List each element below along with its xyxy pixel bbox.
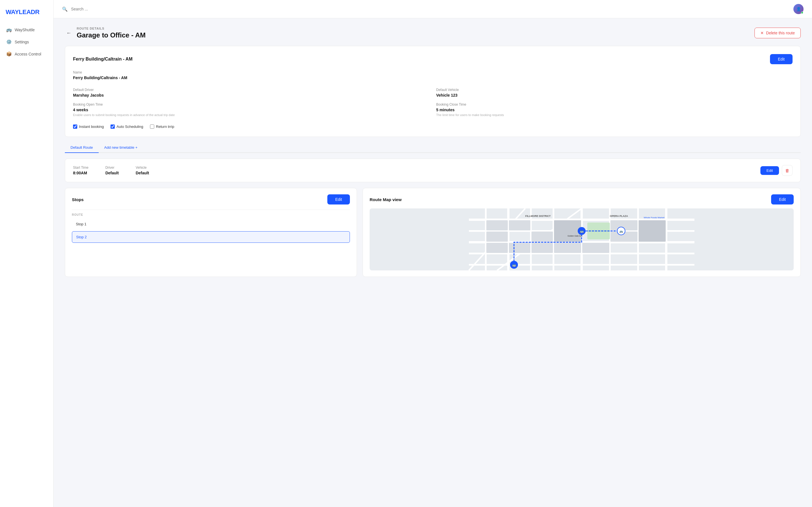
booking-close-label: Booking Close Time (436, 103, 793, 107)
route-name-field: Name Ferry Building/Caltrains - AM (73, 70, 793, 80)
stops-header: Stops Edit (72, 194, 350, 205)
timetable-delete-icon: 🗑 (785, 168, 790, 173)
timetable-vehicle-value: Default (136, 171, 149, 175)
svg-text:OPERA PLAZA: OPERA PLAZA (610, 215, 628, 217)
default-driver-field: Default Driver Marshay Jacobs (73, 88, 429, 98)
booking-close-value: 5 minutes (436, 108, 793, 112)
sidebar-item-access-control[interactable]: 📦 Access Control (3, 48, 50, 59)
default-vehicle-label: Default Vehicle (436, 88, 793, 92)
logo-text: WAYLEADR (6, 8, 48, 16)
return-trip-label: Return trrip (156, 124, 174, 129)
delete-route-label: Delete this route (766, 31, 795, 35)
timetable-delete-button[interactable]: 🗑 (782, 165, 793, 176)
checkbox-row: Instant booking Auto Scheduling Return t… (73, 124, 793, 129)
stop-item-1[interactable]: Stop 1 (72, 219, 350, 230)
content-area: ← ROUTE DETAILS Garage to Office - AM ✕ … (54, 18, 812, 507)
default-vehicle-field: Default Vehicle Vehicle 123 (436, 88, 793, 98)
avatar-online-dot (801, 11, 803, 14)
map-card: Route Map view Edit (363, 188, 801, 277)
sidebar-navigation: 🚌 WayShuttle ⚙️ Settings 📦 Access Contro… (0, 24, 53, 59)
route-card-title: Ferry Building/Caltrain - AM (73, 57, 133, 62)
timetable-driver-label: Driver (105, 166, 119, 170)
sidebar-item-settings[interactable]: ⚙️ Settings (3, 36, 50, 47)
map-edit-button[interactable]: Edit (771, 194, 794, 205)
map-container[interactable]: 🚌 🚌 🚌 FILLMORE DISTRICT OPERA PLAZA Whol… (370, 209, 794, 270)
start-time-value: 8:00AM (73, 171, 89, 175)
route-edit-button[interactable]: Edit (770, 54, 793, 64)
back-button[interactable]: ← (65, 29, 73, 37)
booking-close-field: Booking Close Time 5 minutes The limit t… (436, 103, 793, 117)
booking-close-hint: The limit time for users to make booking… (436, 113, 793, 117)
stops-title: Stops (72, 197, 84, 202)
sidebar-item-settings-label: Settings (15, 40, 29, 44)
map-header: Route Map view Edit (370, 194, 794, 205)
access-control-icon: 📦 (6, 51, 12, 57)
delete-route-button[interactable]: ✕ Delete this route (755, 27, 801, 38)
route-info-card: Ferry Building/Caltrain - AM Edit Name F… (65, 46, 801, 137)
svg-rect-24 (639, 220, 666, 242)
auto-scheduling-checkbox[interactable] (110, 124, 115, 129)
settings-icon: ⚙️ (6, 39, 12, 45)
sidebar-item-access-control-label: Access Control (15, 52, 41, 56)
route-label: ROUTE (72, 210, 350, 216)
avatar[interactable]: 👤 (794, 4, 804, 14)
instant-booking-checkbox[interactable] (73, 124, 77, 129)
header-right: 👤 (794, 4, 804, 14)
route-name-label: Name (73, 70, 793, 74)
main-content: 🔍 👤 ← ROUTE DETAILS Garage to Office - A… (54, 0, 812, 507)
page-header-left: ← ROUTE DETAILS Garage to Office - AM (65, 27, 146, 39)
svg-rect-17 (486, 220, 508, 230)
return-trip-checkbox-label[interactable]: Return trrip (150, 124, 174, 129)
map-title: Route Map view (370, 197, 402, 202)
svg-rect-26 (509, 243, 530, 253)
svg-rect-18 (486, 231, 508, 242)
svg-rect-21 (554, 220, 581, 242)
tab-default-route[interactable]: Default Route (65, 143, 99, 153)
avatar-initials: 👤 (796, 7, 801, 11)
svg-text:Whole Foods Market: Whole Foods Market (644, 216, 665, 219)
search-icon: 🔍 (62, 6, 68, 12)
bottom-grid: Stops Edit ROUTE Stop 1 Stop 2 Route Map… (65, 188, 801, 277)
search-input[interactable] (71, 7, 156, 11)
auto-scheduling-checkbox-label[interactable]: Auto Scheduling (110, 124, 143, 129)
return-trip-checkbox[interactable] (150, 124, 154, 129)
svg-rect-19 (509, 220, 530, 230)
page-title: Garage to Office - AM (77, 31, 146, 39)
page-breadcrumb: ROUTE DETAILS (77, 27, 146, 30)
timetable-vehicle-label: Vehicle (136, 166, 149, 170)
wayshuttle-icon: 🚌 (6, 27, 12, 33)
timetable-edit-button[interactable]: Edit (760, 166, 779, 175)
route-card-header: Ferry Building/Caltrain - AM Edit (73, 54, 793, 64)
timetable-fields: Start Time 8:00AM Driver Default Vehicle… (73, 166, 149, 175)
svg-text:FILLMORE DISTRICT: FILLMORE DISTRICT (525, 215, 551, 217)
page-title-block: ROUTE DETAILS Garage to Office - AM (77, 27, 146, 39)
delete-route-icon: ✕ (760, 31, 764, 35)
auto-scheduling-label: Auto Scheduling (116, 124, 143, 129)
default-vehicle-value: Vehicle 123 (436, 93, 793, 98)
svg-text:🚌: 🚌 (619, 230, 623, 233)
svg-rect-29 (582, 243, 609, 253)
driver-vehicle-row: Default Driver Marshay Jacobs Default Ve… (73, 88, 793, 98)
stops-card: Stops Edit ROUTE Stop 1 Stop 2 (65, 188, 357, 277)
timetable-card: Start Time 8:00AM Driver Default Vehicle… (65, 159, 801, 182)
route-name-value: Ferry Building/Caltrains - AM (73, 75, 793, 80)
map-svg: 🚌 🚌 🚌 FILLMORE DISTRICT OPERA PLAZA Whol… (370, 209, 794, 270)
svg-rect-27 (531, 243, 553, 253)
route-info-grid: Name Ferry Building/Caltrains - AM Defau… (73, 70, 793, 129)
stop-item-2[interactable]: Stop 2 (72, 231, 350, 243)
sidebar-item-wayshuttle-label: WayShuttle (15, 27, 35, 32)
booking-open-hint: Enable users to submit booking requests … (73, 113, 429, 117)
default-driver-value: Marshay Jacobs (73, 93, 429, 98)
timetable-vehicle-field: Vehicle Default (136, 166, 149, 175)
start-time-label: Start Time (73, 166, 89, 170)
tabs-row: Default Route Add new timetable + (65, 143, 801, 153)
timetable-driver-value: Default (105, 171, 119, 175)
start-time-field: Start Time 8:00AM (73, 166, 89, 175)
instant-booking-checkbox-label[interactable]: Instant booking (73, 124, 104, 129)
booking-open-field: Booking Open Time 4 weeks Enable users t… (73, 103, 429, 117)
sidebar-item-wayshuttle[interactable]: 🚌 WayShuttle (3, 24, 50, 35)
instant-booking-label: Instant booking (79, 124, 104, 129)
tab-add-timetable[interactable]: Add new timetable + (99, 143, 143, 153)
default-driver-label: Default Driver (73, 88, 429, 92)
stops-edit-button[interactable]: Edit (327, 194, 350, 205)
